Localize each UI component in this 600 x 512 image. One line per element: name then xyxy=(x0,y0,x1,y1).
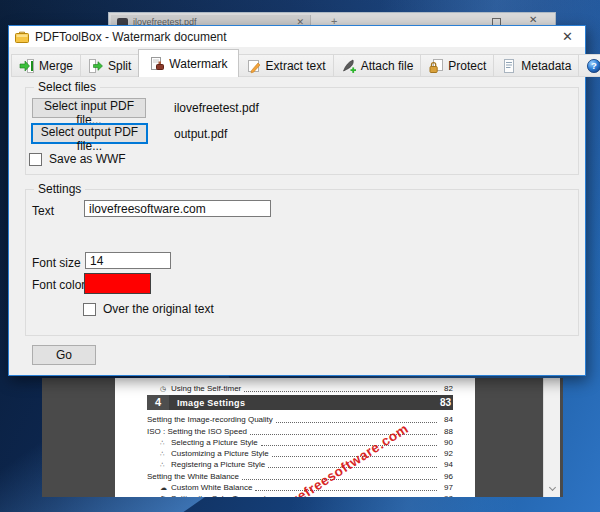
group-legend: Settings xyxy=(34,182,85,196)
lock-icon xyxy=(428,58,444,74)
dot-leader xyxy=(261,445,437,446)
tab-label: Split xyxy=(108,59,131,73)
metadata-document-icon xyxy=(501,58,517,74)
tab-attach-file[interactable]: Attach file xyxy=(333,54,422,77)
pencil-icon xyxy=(246,58,262,74)
group-legend: Select files xyxy=(34,80,100,94)
toc-row: ◷ Using the Self-timer 82 xyxy=(147,380,453,393)
tab-label: Merge xyxy=(39,59,73,73)
tab-extract-text[interactable]: Extract text xyxy=(238,54,334,77)
custom-white-balance-icon: ☁ xyxy=(160,484,171,492)
picture-style-icon: ∴ xyxy=(160,439,171,447)
toc-row: Setting the Image-recording Quality 84 xyxy=(147,413,453,424)
dot-leader xyxy=(244,391,437,392)
tab-merge[interactable]: Merge xyxy=(11,54,81,77)
picture-style-icon: ∴ xyxy=(160,461,171,469)
picture-style-icon: ∴ xyxy=(160,450,171,458)
checkbox-box[interactable] xyxy=(83,303,96,316)
text-label: Text xyxy=(32,204,54,218)
tab-label: Extract text xyxy=(266,59,326,73)
checkbox-label: Save as WWF xyxy=(49,152,126,166)
tab-protect[interactable]: Protect xyxy=(420,54,494,77)
go-button[interactable]: Go xyxy=(32,345,96,365)
tab-split[interactable]: Split xyxy=(80,54,139,77)
self-timer-icon: ◷ xyxy=(160,385,171,393)
watermark-icon xyxy=(149,56,165,72)
tab-watermark[interactable]: Watermark xyxy=(138,49,238,77)
dot-leader xyxy=(276,422,437,423)
font-color-label: Font color xyxy=(32,278,85,292)
toc-row: Setting the White Balance 96 xyxy=(147,469,453,480)
pen-attach-icon xyxy=(341,58,357,74)
toc-row: ∴ Registering a Picture Style 94 xyxy=(147,458,453,469)
svg-text:?: ? xyxy=(591,60,597,71)
output-file-name: output.pdf xyxy=(174,127,227,141)
dialog-title: PDFToolBox - Watermark document xyxy=(35,30,550,44)
tab-label: Protect xyxy=(448,59,486,73)
pdf-page: ◷ Using the Self-timer 82 4 Image Settin… xyxy=(115,378,475,497)
tab-label: Attach file xyxy=(361,59,414,73)
tab-about[interactable]: ? About xyxy=(578,54,600,77)
checkbox-box[interactable] xyxy=(29,153,42,166)
vertical-scrollbar[interactable] xyxy=(543,378,560,497)
table-of-contents: ◷ Using the Self-timer 82 4 Image Settin… xyxy=(147,380,453,497)
pdftoolbox-dialog: PDFToolBox - Watermark document ✕ Merge … xyxy=(8,25,586,376)
select-output-pdf-button[interactable]: Select output PDF file... xyxy=(31,123,148,144)
dialog-titlebar: PDFToolBox - Watermark document ✕ xyxy=(9,26,585,47)
scroll-down-button[interactable] xyxy=(544,482,561,495)
tab-metadata[interactable]: Metadata xyxy=(493,54,579,77)
close-icon[interactable]: ✕ xyxy=(556,29,579,44)
tab-label: Watermark xyxy=(169,57,227,71)
toc-row: ∴ Selecting a Picture Style 90 xyxy=(147,436,453,447)
font-size-input[interactable] xyxy=(85,252,171,269)
dot-leader xyxy=(255,490,437,491)
tab-strip: Merge Split Watermark xyxy=(11,49,600,77)
over-original-text-checkbox[interactable]: Over the original text xyxy=(83,302,214,316)
background-document-window: ◷ Using the Self-timer 82 4 Image Settin… xyxy=(42,378,563,497)
input-file-name: ilovefreetest.pdf xyxy=(174,101,259,115)
save-as-wwf-checkbox[interactable]: Save as WWF xyxy=(29,152,126,166)
chevron-down-icon xyxy=(549,484,556,491)
select-input-pdf-button[interactable]: Select input PDF file... xyxy=(32,98,146,118)
close-icon[interactable]: ✕ xyxy=(529,14,537,25)
checkbox-label: Over the original text xyxy=(103,302,214,316)
font-color-swatch[interactable] xyxy=(84,273,151,294)
color-temperature-icon: ⚑ xyxy=(160,495,171,497)
app-icon xyxy=(15,31,29,43)
toc-row: ∴ Customizing a Picture Style 92 xyxy=(147,447,453,458)
font-size-label: Font size xyxy=(32,256,81,270)
merge-icon xyxy=(19,58,35,74)
question-mark-icon: ? xyxy=(586,58,600,74)
split-icon xyxy=(88,58,104,74)
watermark-text-input[interactable] xyxy=(84,200,271,217)
chapter-header: 4 Image Settings 83 xyxy=(147,395,453,410)
tab-label: Metadata xyxy=(521,59,571,73)
